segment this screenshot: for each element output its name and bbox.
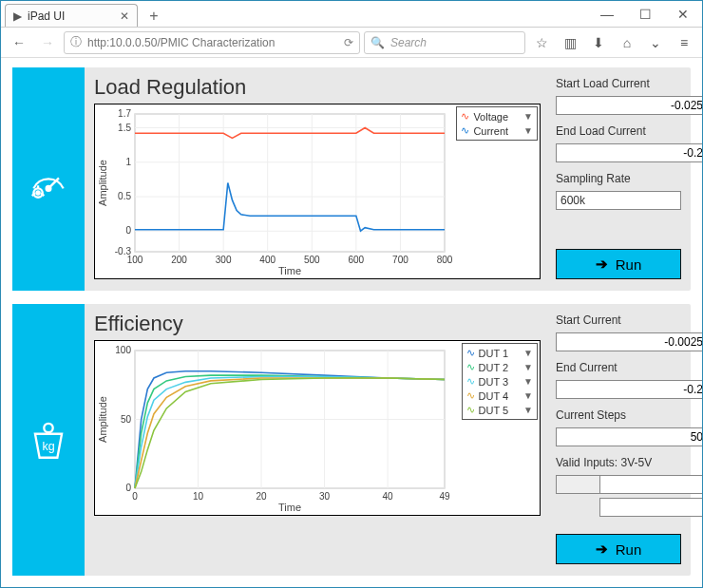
close-window-button[interactable]: ✕ bbox=[664, 1, 702, 28]
svg-text:0: 0 bbox=[125, 225, 131, 236]
load-regulation-card: Load Regulation ∿Voltage▼ ∿Current▼ 1002… bbox=[12, 67, 691, 291]
sampling-rate-input[interactable]: 600k bbox=[556, 191, 681, 210]
svg-text:0: 0 bbox=[125, 483, 131, 493]
reload-icon[interactable]: ⟳ bbox=[344, 36, 353, 49]
svg-text:50: 50 bbox=[121, 414, 132, 425]
svg-text:0: 0 bbox=[132, 491, 138, 502]
legend-dut3[interactable]: ∿DUT 3▼ bbox=[466, 374, 534, 389]
legend-dut1[interactable]: ∿DUT 1▼ bbox=[466, 346, 534, 360]
browser-titlebar: ▶ iPad UI ✕ + — ☐ ✕ bbox=[1, 1, 702, 28]
chevron-down-icon[interactable]: ▼ bbox=[523, 405, 533, 415]
svg-text:100: 100 bbox=[115, 345, 131, 355]
tab-strip: ▶ iPad UI ✕ + bbox=[1, 1, 164, 27]
end-current-label: End Current bbox=[556, 361, 681, 374]
new-tab-button[interactable]: + bbox=[143, 6, 164, 27]
valid-inputs-label: Valid Inputs: 3V-5V bbox=[556, 456, 681, 469]
end-load-current-label: End Load Current bbox=[556, 124, 681, 138]
window-controls: — ☐ ✕ bbox=[588, 1, 702, 28]
run-label: Run bbox=[616, 256, 642, 273]
svg-text:Time: Time bbox=[278, 502, 301, 513]
svg-text:700: 700 bbox=[392, 255, 408, 265]
arrow-right-icon: ➔ bbox=[596, 256, 608, 273]
efficiency-controls: Start Current ▲▼ End Current ▲▼ Current … bbox=[556, 312, 681, 564]
address-bar[interactable]: ⓘ ⟳ bbox=[64, 31, 360, 54]
sampling-rate-label: Sampling Rate bbox=[556, 172, 681, 185]
run-button[interactable]: ➔ Run bbox=[556, 249, 681, 279]
svg-point-35 bbox=[44, 424, 52, 432]
legend-dut5[interactable]: ∿DUT 5▼ bbox=[466, 403, 534, 417]
legend-current[interactable]: ∿Current▼ bbox=[461, 123, 533, 138]
legend-label: DUT 2 bbox=[479, 362, 509, 373]
load-regulation-plot[interactable]: ∿Voltage▼ ∿Current▼ 10020030040050060070… bbox=[94, 104, 541, 279]
legend-voltage[interactable]: ∿Voltage▼ bbox=[461, 109, 533, 123]
load-regulation-controls: Start Load Current ▲▼ End Load Current ▲… bbox=[556, 75, 681, 279]
svg-text:Amplitude: Amplitude bbox=[97, 396, 108, 443]
start-current-label: Start Current bbox=[556, 313, 681, 327]
download-icon[interactable]: ⬇ bbox=[586, 30, 611, 55]
end-load-current-input[interactable] bbox=[556, 143, 702, 162]
search-box[interactable]: 🔍 Search bbox=[364, 31, 525, 54]
library-icon[interactable]: ▥ bbox=[558, 30, 582, 55]
svg-point-3 bbox=[37, 191, 40, 194]
panel-title: Load Regulation bbox=[94, 75, 541, 100]
legend-label: Current bbox=[473, 125, 508, 137]
back-button[interactable]: ← bbox=[7, 30, 31, 55]
start-current-input[interactable] bbox=[556, 332, 702, 351]
chevron-down-icon[interactable]: ▼ bbox=[523, 125, 533, 136]
svg-text:10: 10 bbox=[193, 491, 204, 502]
svg-text:20: 20 bbox=[256, 491, 267, 502]
minimize-button[interactable]: — bbox=[588, 1, 626, 28]
url-input[interactable] bbox=[87, 36, 338, 49]
run-button[interactable]: ➔ Run bbox=[556, 534, 681, 564]
efficiency-card: kg Efficiency ∿DUT 1▼ ∿DUT 2▼ ∿DUT 3▼ ∿D… bbox=[12, 304, 691, 576]
legend-label: DUT 3 bbox=[479, 376, 509, 388]
gauge-icon bbox=[12, 67, 85, 291]
browser-window: ▶ iPad UI ✕ + — ☐ ✕ ← → ⓘ ⟳ 🔍 Search ☆ ▥… bbox=[0, 0, 703, 588]
arrow-right-icon: ➔ bbox=[596, 541, 608, 558]
svg-text:600: 600 bbox=[349, 255, 365, 265]
close-icon[interactable]: ✕ bbox=[120, 9, 129, 23]
valid-value-b-input[interactable] bbox=[599, 498, 702, 517]
svg-text:300: 300 bbox=[216, 255, 232, 265]
svg-text:Time: Time bbox=[278, 265, 301, 276]
pocket-icon[interactable]: ⌄ bbox=[643, 30, 668, 55]
svg-text:800: 800 bbox=[437, 255, 453, 265]
svg-text:40: 40 bbox=[383, 491, 394, 502]
bookmark-star-icon[interactable]: ☆ bbox=[529, 30, 554, 55]
plot-legend: ∿DUT 1▼ ∿DUT 2▼ ∿DUT 3▼ ∿DUT 4▼ ∿DUT 5▼ bbox=[462, 343, 539, 420]
start-load-current-input[interactable] bbox=[556, 96, 702, 115]
current-steps-label: Current Steps bbox=[556, 408, 681, 422]
svg-text:500: 500 bbox=[304, 255, 320, 265]
legend-label: DUT 4 bbox=[479, 390, 509, 402]
weight-icon: kg bbox=[12, 304, 85, 576]
chevron-down-icon[interactable]: ▼ bbox=[523, 362, 533, 372]
forward-button[interactable]: → bbox=[35, 30, 60, 55]
maximize-button[interactable]: ☐ bbox=[626, 1, 664, 28]
efficiency-plot[interactable]: ∿DUT 1▼ ∿DUT 2▼ ∿DUT 3▼ ∿DUT 4▼ ∿DUT 5▼ … bbox=[94, 340, 541, 516]
site-info-icon[interactable]: ⓘ bbox=[70, 34, 82, 50]
browser-tab[interactable]: ▶ iPad UI ✕ bbox=[5, 4, 138, 27]
svg-text:-0.3: -0.3 bbox=[115, 246, 132, 256]
chevron-down-icon[interactable]: ▼ bbox=[523, 376, 533, 387]
chevron-down-icon[interactable]: ▼ bbox=[523, 390, 533, 401]
home-icon[interactable]: ⌂ bbox=[615, 30, 639, 55]
valid-value-a-input[interactable] bbox=[599, 475, 702, 494]
legend-dut4[interactable]: ∿DUT 4▼ bbox=[466, 389, 534, 403]
chevron-down-icon[interactable]: ▼ bbox=[523, 348, 533, 358]
svg-text:Amplitude: Amplitude bbox=[97, 160, 108, 206]
chevron-down-icon[interactable]: ▼ bbox=[523, 111, 533, 122]
run-label: Run bbox=[616, 541, 642, 558]
svg-text:0.5: 0.5 bbox=[118, 191, 131, 201]
end-current-input[interactable] bbox=[556, 380, 702, 399]
legend-dut2[interactable]: ∿DUT 2▼ bbox=[466, 360, 534, 374]
menu-icon[interactable]: ≡ bbox=[672, 30, 696, 55]
search-placeholder: Search bbox=[390, 36, 427, 49]
current-steps-input[interactable] bbox=[556, 427, 702, 446]
svg-text:kg: kg bbox=[42, 440, 54, 453]
panel-title: Efficiency bbox=[94, 312, 541, 336]
legend-label: Voltage bbox=[473, 111, 508, 123]
svg-text:1.7: 1.7 bbox=[118, 108, 131, 119]
svg-text:49: 49 bbox=[439, 491, 450, 502]
svg-text:400: 400 bbox=[259, 255, 276, 265]
svg-text:200: 200 bbox=[171, 255, 187, 265]
